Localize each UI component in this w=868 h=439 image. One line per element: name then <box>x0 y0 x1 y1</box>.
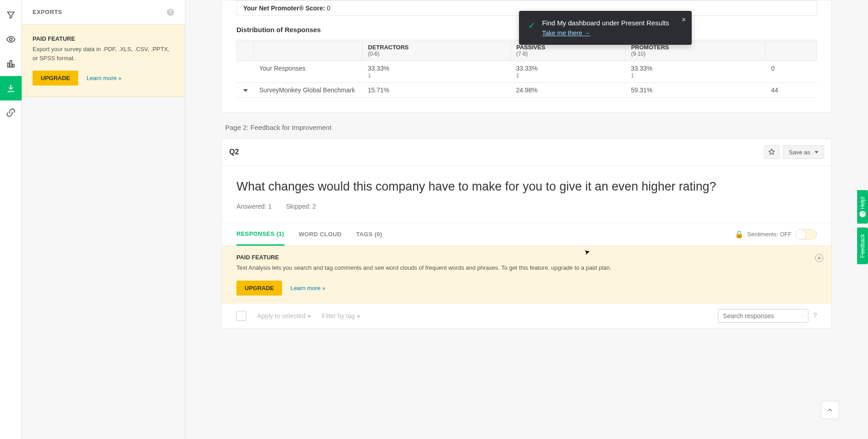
row-label: SurveyMonkey Global Benchmark <box>254 83 363 98</box>
nps-score-value: 0 <box>327 5 330 12</box>
rail-present[interactable] <box>0 52 22 76</box>
tab-wordcloud[interactable]: WORD CLOUD <box>299 224 342 245</box>
download-icon <box>6 83 16 93</box>
select-all-checkbox[interactable] <box>236 311 246 321</box>
chevron-up-icon <box>826 406 834 414</box>
learn-more-link[interactable]: Learn more » <box>290 285 325 291</box>
upgrade-button[interactable]: UPGRADE <box>236 281 282 296</box>
paid-feature-desc: Text Analysis lets you search and tag co… <box>236 263 817 272</box>
left-rail <box>0 0 22 439</box>
paid-feature-label: PAID FEATURE <box>33 35 174 42</box>
col-last <box>766 40 817 61</box>
search-icon <box>802 313 803 319</box>
toast-notification: ✓ Find My dashboard under Present Result… <box>519 11 692 45</box>
side-panel: EXPORTS ? PAID FEATURE Export your surve… <box>22 0 185 439</box>
chart-icon <box>6 59 16 69</box>
svg-rect-3 <box>12 64 14 67</box>
caret-down-icon <box>815 151 818 153</box>
svg-point-4 <box>802 315 803 316</box>
right-help-tabs: ? Help! Feedback <box>857 190 868 264</box>
responses-filter-row: Apply to selected Filter by tag ? <box>222 304 831 328</box>
help-icon[interactable]: ? <box>167 9 174 16</box>
link-icon <box>6 108 16 118</box>
side-panel-title: EXPORTS <box>33 9 62 15</box>
main-area: Your Net Promoter® Score: 0 Distribution… <box>185 0 868 439</box>
paid-feature-desc: Export your survey data in .PDF, .XLS, .… <box>33 45 174 62</box>
question-mark-icon: ? <box>859 211 866 217</box>
table-row: SurveyMonkey Global Benchmark 15.71% 24.… <box>237 83 817 98</box>
row-label: Your Responses <box>254 61 363 83</box>
distribution-table: DETRACTORS (0-6) PASSIVES (7-8) PROMOTER… <box>236 40 817 98</box>
save-as-button[interactable]: Save as <box>783 145 824 159</box>
search-responses-input[interactable] <box>718 309 808 323</box>
help-tab[interactable]: ? Help! <box>857 190 868 224</box>
apply-to-selected-dropdown[interactable]: Apply to selected <box>257 312 311 320</box>
question-stats: Answered: 1 Skipped: 2 <box>236 203 817 210</box>
caret-down-icon <box>307 315 311 318</box>
learn-more-link[interactable]: Learn more » <box>86 75 121 81</box>
close-banner-button[interactable]: ✕ <box>815 254 823 262</box>
upgrade-button[interactable]: UPGRADE <box>33 71 78 86</box>
table-row: Your Responses 33.33%1 33.33%1 33.33%1 0 <box>237 61 817 83</box>
svg-rect-2 <box>10 61 12 67</box>
toast-message: Find My dashboard under Present Results <box>542 19 669 27</box>
q2-card: Q2 Save as What changes would this compa… <box>222 138 832 329</box>
rail-filter[interactable] <box>0 3 22 27</box>
svg-rect-1 <box>7 63 9 67</box>
checkmark-icon: ✓ <box>528 20 536 37</box>
paid-feature-label: PAID FEATURE <box>236 254 817 261</box>
sentiments-toggle-group: 🔒 Sentiments: OFF <box>735 229 817 240</box>
answered-count: Answered: 1 <box>236 203 272 210</box>
sentiments-toggle[interactable] <box>795 229 817 240</box>
caret-down-icon[interactable] <box>243 89 248 92</box>
filter-by-tag-dropdown[interactable]: Filter by tag <box>322 312 360 320</box>
pin-icon <box>768 148 775 156</box>
question-title: What changes would this company have to … <box>236 178 817 195</box>
tab-tags[interactable]: TAGS (0) <box>356 224 382 245</box>
rail-share[interactable] <box>0 100 22 125</box>
caret-down-icon <box>357 315 360 318</box>
filter-icon <box>6 10 16 20</box>
q2-card-header: Q2 Save as <box>222 139 831 166</box>
sentiments-label: Sentiments: OFF <box>747 231 792 238</box>
nps-score-label: Your Net Promoter® Score: <box>243 5 325 12</box>
page-heading: Page 2: Feedback for Improvement <box>225 124 832 131</box>
svg-point-0 <box>9 38 12 41</box>
close-toast-button[interactable]: ✕ <box>681 16 686 23</box>
text-analysis-paid-banner: PAID FEATURE Text Analysis lets you sear… <box>222 246 831 304</box>
col-detractors: DETRACTORS (0-6) <box>363 40 511 61</box>
response-tabs-row: RESPONSES (1) WORD CLOUD TAGS (0) 🔒 Sent… <box>222 223 831 246</box>
responses-help-icon[interactable]: ? <box>813 312 817 320</box>
side-header: EXPORTS ? <box>22 0 185 24</box>
skipped-count: Skipped: 2 <box>286 203 316 210</box>
tab-responses[interactable]: RESPONSES (1) <box>236 223 284 246</box>
rail-insights[interactable] <box>0 27 22 52</box>
scroll-to-top-button[interactable] <box>821 401 839 419</box>
question-number: Q2 <box>229 148 239 156</box>
feedback-tab[interactable]: Feedback <box>857 228 868 264</box>
eye-icon <box>6 34 16 44</box>
toast-link[interactable]: Take me there → <box>542 29 590 37</box>
export-paid-feature-box: PAID FEATURE Export your survey data in … <box>22 24 185 97</box>
rail-exports[interactable] <box>0 76 22 100</box>
search-input[interactable] <box>723 312 802 320</box>
pin-button[interactable] <box>764 145 779 159</box>
lock-icon: 🔒 <box>735 230 744 239</box>
